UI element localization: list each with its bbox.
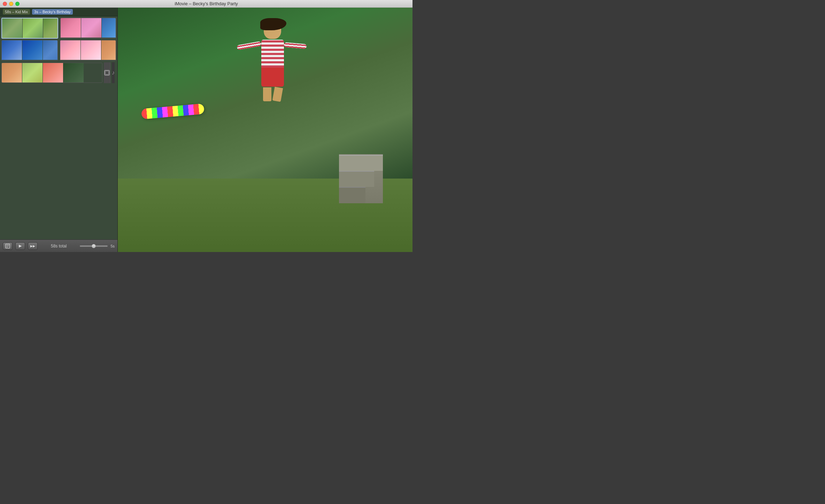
import-btn[interactable] [3, 242, 13, 250]
film-thumb-3 [43, 18, 58, 38]
left-panel: 58s – Kid Mix 3s – Becky's Birthday [0, 8, 118, 252]
play-btn[interactable]: ▶ [15, 242, 25, 250]
titlebar: iMovie – Becky's Birthday Party [0, 0, 412, 8]
film-thumb-19 [63, 63, 84, 82]
filmstrip-row-3: ♪ • • • [1, 62, 116, 83]
project-sub-label: 3s – Becky's Birthday [32, 9, 73, 15]
zoom-label: 5s [110, 244, 115, 248]
project-toolbar: ▶ ▶▶ 58s total 5s [0, 239, 117, 252]
clip-icon [104, 62, 110, 83]
film-thumb-18 [43, 63, 63, 82]
minimize-button[interactable] [9, 2, 13, 6]
film-thumb-13 [60, 40, 80, 60]
preview-image [118, 8, 412, 252]
filmstrip-segment-1[interactable] [1, 18, 58, 39]
preview-area [118, 8, 412, 252]
film-thumb-16 [2, 63, 22, 82]
music-icon: ♪ [112, 62, 115, 83]
traffic-lights [3, 2, 20, 6]
filmstrip-segment-2[interactable] [60, 18, 116, 39]
project-area: 58s – Kid Mix 3s – Becky's Birthday [0, 8, 117, 239]
film-thumb-11 [43, 40, 58, 60]
film-thumb-5 [61, 18, 81, 38]
film-thumb-7 [102, 18, 116, 38]
film-thumb-6 [81, 18, 101, 38]
project-header: 58s – Kid Mix 3s – Becky's Birthday [0, 8, 117, 16]
filmstrip-segment-3[interactable] [1, 40, 58, 61]
film-thumb-14 [81, 40, 101, 60]
maximize-button[interactable] [15, 2, 20, 6]
main-container: 58s – Kid Mix 3s – Becky's Birthday [0, 8, 412, 252]
dots-menu[interactable]: • • • [116, 67, 117, 78]
svg-rect-1 [105, 71, 109, 74]
play-selection-btn[interactable]: ▶▶ [28, 242, 38, 250]
film-thumb-17 [22, 63, 43, 82]
film-thumb-10 [22, 40, 43, 60]
close-button[interactable] [3, 2, 7, 6]
film-thumb-2 [23, 18, 43, 38]
film-thumb-1 [2, 18, 22, 38]
filmstrip-segment-5[interactable] [1, 63, 102, 83]
project-main-label: 58s – Kid Mix [3, 9, 30, 15]
filmstrip-row-2 [1, 40, 116, 61]
film-thumb-15 [101, 40, 116, 60]
film-thumb-9 [2, 40, 22, 60]
project-filmstrip-area: ♪ • • • [0, 16, 117, 85]
project-total: 58s total [40, 244, 77, 249]
filmstrip-row-1 [1, 18, 116, 39]
window-title: iMovie – Becky's Birthday Party [175, 1, 238, 6]
zoom-slider[interactable] [80, 245, 108, 247]
filmstrip-segment-4[interactable] [60, 40, 116, 61]
